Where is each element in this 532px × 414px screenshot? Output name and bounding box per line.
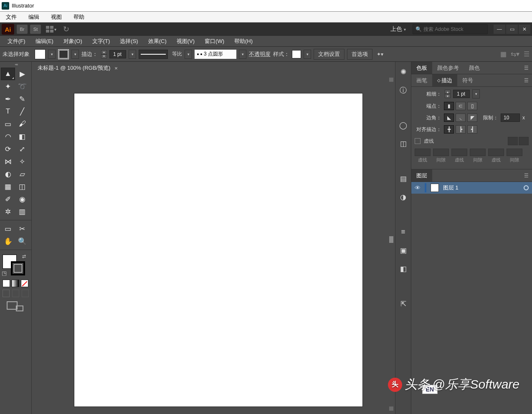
- stroke-dropdown[interactable]: ▾: [71, 50, 79, 59]
- mesh-tool[interactable]: ▦: [1, 180, 15, 193]
- cap-butt[interactable]: ▮: [444, 102, 454, 110]
- os-menu-file[interactable]: 文件: [0, 13, 23, 21]
- menu-select[interactable]: 选择(S): [115, 38, 143, 45]
- align-panel-icon[interactable]: ≡: [398, 227, 408, 237]
- shape-builder-tool[interactable]: ◐: [1, 168, 15, 180]
- blend-tool[interactable]: ◉: [15, 193, 29, 205]
- layer-row[interactable]: 👁 图层 1: [411, 182, 532, 194]
- workspace-switcher[interactable]: 上色 ▾: [390, 25, 406, 33]
- cap-round[interactable]: ⊂: [456, 102, 466, 110]
- scale-tool[interactable]: ⤢: [15, 143, 29, 155]
- line-tool[interactable]: ╱: [15, 105, 29, 118]
- info-icon[interactable]: ⓘ: [398, 85, 408, 95]
- draw-normal[interactable]: [3, 290, 10, 297]
- color-mode-none[interactable]: [21, 280, 28, 287]
- arrange-docs[interactable]: ▾: [46, 26, 56, 33]
- weight-value[interactable]: 1 pt: [453, 90, 470, 98]
- lasso-tool[interactable]: ➰: [15, 80, 29, 93]
- menu-file[interactable]: 文件(F): [3, 38, 30, 45]
- profile-dropdown[interactable]: ▾: [185, 50, 192, 59]
- rectangle-tool[interactable]: ▭: [1, 118, 15, 130]
- align-center[interactable]: ╋: [444, 125, 454, 134]
- corner-miter[interactable]: ◣: [444, 114, 454, 122]
- menu-window[interactable]: 窗口(W): [200, 38, 229, 45]
- brush-dropdown[interactable]: ▾: [239, 50, 246, 59]
- align-artboard-icon[interactable]: ✦▾: [377, 51, 383, 57]
- dash-field-2[interactable]: [451, 149, 467, 156]
- stroke-weight-dropdown[interactable]: ▾: [129, 50, 136, 59]
- close-button[interactable]: ✕: [519, 25, 530, 34]
- shaper-tool[interactable]: ◠: [1, 130, 15, 143]
- fill-dropdown[interactable]: ▾: [48, 50, 56, 59]
- slice-tool[interactable]: ✂: [15, 222, 29, 235]
- doc-setup-button[interactable]: 文档设置: [314, 49, 345, 60]
- eyedropper-tool[interactable]: ✐: [1, 193, 15, 205]
- os-menu-edit[interactable]: 编辑: [23, 13, 45, 21]
- minimize-button[interactable]: —: [494, 25, 505, 34]
- vertical-scrollbar[interactable]: [388, 78, 394, 411]
- dash-align-b[interactable]: [519, 137, 529, 145]
- menu-object[interactable]: 对象(O): [58, 38, 87, 45]
- gradient-tool[interactable]: ◫: [15, 180, 29, 193]
- transparency-icon[interactable]: ◑: [398, 192, 408, 202]
- gradient-panel-icon[interactable]: ▤: [398, 174, 408, 184]
- menu-type[interactable]: 文字(T): [87, 38, 115, 45]
- layer-name[interactable]: 图层 1: [443, 184, 459, 192]
- panel-menu-icon[interactable]: ☰: [521, 173, 532, 179]
- rotate-tool[interactable]: ⟳: [1, 143, 15, 155]
- tab-stroke[interactable]: ◇描边: [432, 74, 457, 86]
- document-tab[interactable]: 未标题-1 @ 100% (RGB/预览) ×: [32, 62, 124, 74]
- style-dropdown[interactable]: ▾: [304, 50, 311, 59]
- artboard[interactable]: [74, 93, 362, 406]
- export-icon[interactable]: ⇱: [398, 299, 408, 309]
- draw-inside[interactable]: [22, 290, 29, 297]
- column-graph-tool[interactable]: ▥: [15, 205, 29, 218]
- panel-menu-icon[interactable]: ☰: [521, 65, 532, 71]
- draw-behind[interactable]: [12, 290, 19, 297]
- gap-field-1[interactable]: [433, 149, 449, 156]
- cap-projecting[interactable]: ▯: [467, 102, 477, 110]
- curvature-tool[interactable]: ✎: [15, 93, 29, 105]
- artboard-tool[interactable]: ▭: [1, 222, 15, 235]
- search-input[interactable]: [423, 26, 485, 32]
- selection-tool[interactable]: ▲: [1, 68, 15, 80]
- grid-icon[interactable]: ▦: [500, 50, 507, 58]
- stroke-weight-value[interactable]: 1 pt: [109, 50, 126, 58]
- weight-stepper[interactable]: ▴▾: [445, 90, 451, 98]
- gpu-icon[interactable]: ↻: [63, 25, 69, 34]
- eraser-tool[interactable]: ◧: [15, 130, 29, 143]
- align-inside[interactable]: ┣: [456, 125, 466, 134]
- pathfinder-icon[interactable]: ▣: [398, 245, 408, 255]
- color-mode-solid[interactable]: [3, 280, 10, 287]
- tab-layers[interactable]: 图层: [411, 169, 432, 182]
- dashed-checkbox[interactable]: [415, 138, 421, 144]
- pen-tool[interactable]: ✒: [1, 93, 15, 105]
- panel-menu-icon[interactable]: ☰: [521, 78, 532, 83]
- tab-symbols[interactable]: 符号: [457, 74, 478, 86]
- tab-swatches[interactable]: 色板: [411, 62, 432, 74]
- navigator-icon[interactable]: ✺: [398, 67, 408, 77]
- dash-align-a[interactable]: [508, 137, 518, 145]
- stroke-profile[interactable]: [139, 50, 168, 59]
- prefs-button[interactable]: 首选项: [347, 49, 372, 60]
- paintbrush-tool[interactable]: 🖌: [15, 118, 29, 130]
- fill-swatch[interactable]: [35, 49, 46, 59]
- tab-close-icon[interactable]: ×: [114, 65, 118, 71]
- layer-target-icon[interactable]: [524, 185, 529, 190]
- menu-view[interactable]: 视图(V): [172, 38, 200, 45]
- stroke-color[interactable]: [11, 261, 25, 275]
- os-menu-help[interactable]: 帮助: [68, 13, 90, 21]
- tab-color[interactable]: 颜色: [464, 62, 485, 74]
- free-transform-tool[interactable]: ✧: [15, 155, 29, 168]
- direct-selection-tool[interactable]: ▶: [15, 68, 29, 80]
- color-guide-icon[interactable]: ◫: [398, 139, 408, 149]
- symbol-sprayer-tool[interactable]: ✲: [1, 205, 15, 218]
- magic-wand-tool[interactable]: ✦: [1, 80, 15, 93]
- swap-fill-stroke-icon[interactable]: ⇄: [22, 254, 26, 259]
- dash-field-3[interactable]: [488, 149, 504, 156]
- zoom-tool[interactable]: 🔍: [15, 235, 29, 247]
- search-box[interactable]: 🔍: [413, 24, 488, 34]
- bridge-icon[interactable]: Br: [17, 25, 28, 34]
- tab-brushes[interactable]: 画笔: [411, 74, 432, 86]
- gap-field-3[interactable]: [507, 149, 522, 156]
